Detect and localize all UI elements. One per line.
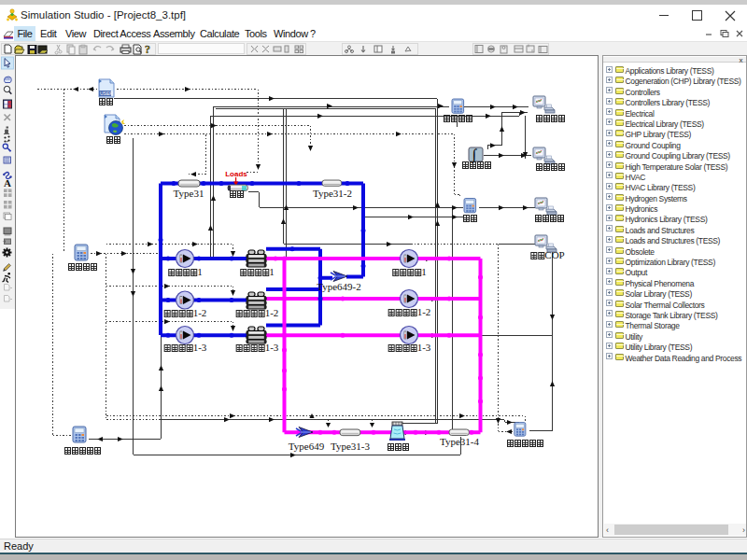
svg-text:?: ? xyxy=(145,43,150,56)
svg-text:USER: USER xyxy=(100,91,113,96)
svg-text:A: A xyxy=(4,177,11,189)
